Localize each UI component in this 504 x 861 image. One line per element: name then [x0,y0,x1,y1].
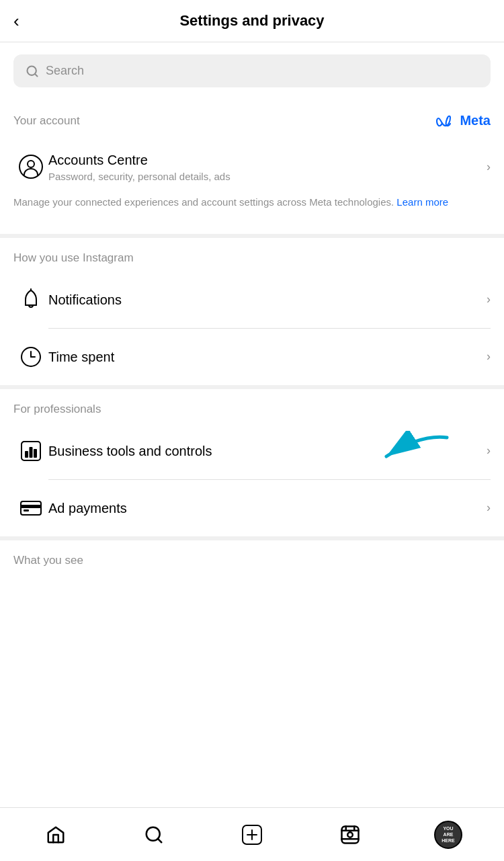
what-you-see-label: What you see [0,540,504,574]
ad-payments-chevron: › [487,501,491,515]
nav-home[interactable] [36,815,76,855]
svg-line-1 [35,73,38,76]
accounts-centre-title: Accounts Centre [48,151,480,169]
time-spent-item[interactable]: Time spent › [13,329,491,385]
your-account-label: Your account [13,114,80,128]
arrow-annotation [366,431,454,471]
reels-icon [340,825,360,845]
accounts-centre-content: Accounts Centre Password, security, pers… [48,151,480,182]
profile-avatar: YOUAREHERE [434,821,462,849]
notifications-icon [13,282,48,317]
svg-rect-21 [342,826,359,843]
svg-rect-15 [24,509,29,511]
bottom-nav: YOUAREHERE [0,807,504,861]
ad-payments-title: Ad payments [48,499,480,517]
what-you-see-section: What you see [0,540,504,574]
nav-profile[interactable]: YOUAREHERE [428,815,468,855]
business-tools-icon [13,434,48,468]
notifications-content: Notifications [48,291,480,309]
meta-logo: Meta [434,113,491,128]
notifications-chevron: › [487,292,491,306]
notifications-item[interactable]: Notifications › [13,272,491,328]
how-you-use-section: How you use Instagram Notifications › [0,238,504,385]
time-spent-content: Time spent [48,348,480,366]
create-icon [241,823,263,846]
your-account-section: Your account Meta [0,99,504,234]
ad-payments-content: Ad payments [48,499,480,517]
svg-point-22 [347,832,353,837]
search-nav-icon [144,825,164,845]
notifications-title: Notifications [48,291,480,309]
svg-point-3 [28,161,34,167]
search-container: Search [0,42,504,99]
home-icon [46,825,66,845]
ad-payments-icon [13,491,48,526]
search-bar[interactable]: Search [13,54,491,87]
accounts-centre-description: Manage your connected experiences and ac… [13,195,491,220]
nav-search[interactable] [134,815,174,855]
business-tools-item[interactable]: Business tools and controls › [13,423,491,479]
page-title: Settings and privacy [179,12,324,30]
for-professionals-section: For professionals Business tools and con… [0,389,504,536]
nav-reels[interactable] [330,815,370,855]
time-spent-title: Time spent [48,348,480,366]
accounts-centre-item[interactable]: Accounts Centre Password, security, pers… [13,138,491,195]
search-placeholder: Search [46,64,84,78]
svg-rect-9 [25,451,28,458]
accounts-centre-chevron: › [487,160,491,174]
svg-line-17 [158,838,161,842]
svg-rect-10 [30,447,33,458]
your-account-header: Your account Meta [13,99,491,138]
header: ‹ Settings and privacy [0,0,504,42]
meta-text: Meta [460,113,491,128]
for-professionals-label: For professionals [0,389,504,423]
accounts-centre-subtitle: Password, security, personal details, ad… [48,171,480,182]
learn-more-link[interactable]: Learn more [396,196,448,208]
nav-create[interactable] [232,815,272,855]
svg-rect-11 [34,449,37,458]
search-icon [26,65,39,78]
how-you-use-label: How you use Instagram [0,238,504,272]
time-spent-chevron: › [487,350,491,364]
time-spent-icon [13,339,48,374]
accounts-centre-icon [13,149,48,184]
back-button[interactable]: ‹ [13,11,19,32]
business-tools-chevron: › [487,444,491,458]
ad-payments-item[interactable]: Ad payments › [13,480,491,536]
svg-rect-14 [21,505,41,508]
